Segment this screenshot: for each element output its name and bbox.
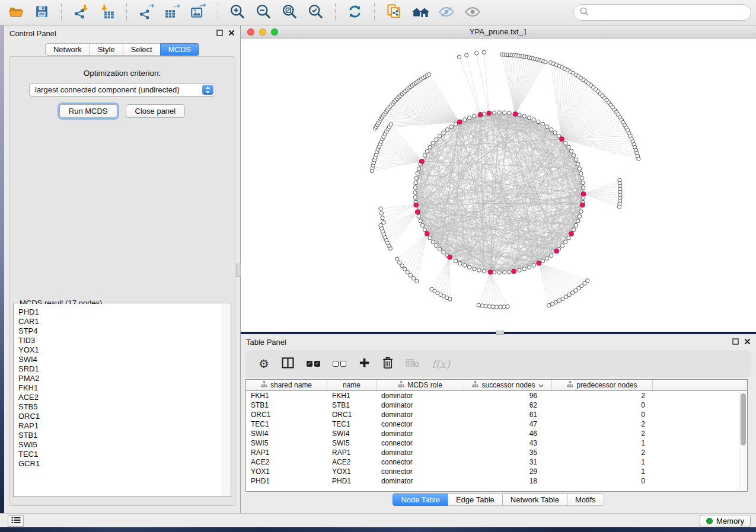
close-panel-icon[interactable] [744,338,751,345]
mcds-result-item[interactable]: SRD1 [18,364,222,374]
table-row[interactable]: ACE2ACE2connector311 [246,457,739,467]
import-network-button[interactable] [70,2,92,23]
plus-icon [359,357,370,370]
mcds-result-item[interactable]: CAR1 [18,317,222,326]
select-all-rows-button[interactable]: ✓✓ [307,361,320,367]
vertical-splitter-handle[interactable] [236,264,241,277]
column-header-successor-nodes[interactable]: successor nodes [464,380,552,390]
cell-name: ACE2 [327,457,377,467]
refresh-button[interactable] [344,2,366,23]
mcds-result-group: MCDS result (17 nodes) PHD1CAR1STP4TID3Y… [13,303,231,497]
memory-button[interactable]: Memory [700,515,751,527]
deselect-all-rows-button[interactable] [333,361,346,367]
horizontal-splitter-handle[interactable] [496,331,504,335]
float-panel-icon[interactable] [732,338,739,345]
show-columns-button[interactable] [282,357,294,370]
export-table-button[interactable] [161,2,183,23]
zoom-out-button[interactable] [253,2,275,23]
delete-table-button[interactable] [406,358,419,369]
tab-network[interactable]: Network [45,43,90,56]
tab-select[interactable]: Select [123,43,161,56]
hierarchy-icon [472,381,479,389]
scrollbar-thumb[interactable] [741,393,746,446]
function-builder-button[interactable]: f(x) [432,358,450,370]
cell-predecessor_nodes: 1 [552,457,653,467]
table-scrollbar[interactable] [739,391,747,491]
table-row[interactable]: RAP1RAP1dominator352 [246,448,739,457]
table-row[interactable]: PHD1PHD1dominator180 [246,476,739,486]
column-header-MCDS-role[interactable]: MCDS role [377,380,464,390]
close-panel-icon[interactable] [228,30,235,36]
mcds-result-item[interactable]: STP4 [18,326,222,336]
tab-mcds[interactable]: MCDS [160,43,199,56]
first-neighbors-button[interactable] [409,2,431,23]
mcds-result-item[interactable]: PHD1 [18,307,222,317]
mcds-result-item[interactable]: RAP1 [18,421,222,431]
mcds-result-item[interactable]: GCR1 [18,459,222,469]
run-mcds-button[interactable]: Run MCDS [59,104,117,118]
list-scrollbar[interactable] [222,304,230,496]
table-row[interactable]: SWI5SWI5connector431 [246,438,739,448]
zoom-in-button[interactable] [227,2,248,23]
cell-mcds_role: connector [377,438,464,448]
mcds-result-item[interactable]: STB1 [18,431,222,440]
show-all-button[interactable] [461,2,483,23]
cell-name: ORC1 [327,410,377,419]
column-header-predecessor-nodes[interactable]: predecessor nodes [552,380,653,390]
cell-successor_nodes: 46 [464,429,552,438]
mcds-result-item[interactable]: YOX1 [18,345,222,355]
network-graph[interactable] [241,39,756,332]
table-row[interactable]: TEC1TEC1connector472 [246,419,739,429]
cell-successor_nodes: 96 [464,391,552,400]
tab-motifs[interactable]: Motifs [567,493,604,506]
hide-selected-button[interactable] [435,2,457,23]
mcds-result-item[interactable]: ORC1 [18,412,222,421]
hierarchy-icon [261,381,267,389]
mcds-result-item[interactable]: TEC1 [18,450,222,459]
save-button[interactable] [31,2,53,23]
column-header-name[interactable]: name [327,380,377,390]
tab-node-table[interactable]: Node Table [393,493,448,506]
clone-network-button[interactable] [383,2,405,23]
cell-mcds_role: dominator [377,391,464,400]
table-row[interactable]: STB1STB1dominator620 [246,400,739,410]
table-row[interactable]: YOX1YOX1connector291 [246,467,739,476]
mcds-result-item[interactable]: ACE2 [18,393,222,402]
cell-predecessor_nodes: 2 [552,419,653,429]
tab-edge-table[interactable]: Edge Table [448,493,503,506]
close-panel-button[interactable]: Close panel [126,104,186,118]
mcds-result-item[interactable]: FKH1 [18,383,222,393]
mcds-result-item[interactable]: PMA2 [18,374,222,383]
table-row[interactable]: FKH1FKH1dominator962 [246,391,739,400]
tab-style[interactable]: Style [90,43,123,56]
network-window-titlebar[interactable]: YPA_prune.txt_1 [241,25,756,39]
network-canvas[interactable] [241,39,756,332]
export-image-button[interactable] [187,2,209,23]
column-header-shared-name[interactable]: shared name [246,380,327,390]
columns-icon [282,357,294,370]
open-file-button[interactable] [5,2,27,23]
zoom-fit-button[interactable] [279,2,301,23]
tab-network-table[interactable]: Network Table [502,493,567,506]
mcds-result-list[interactable]: PHD1CAR1STP4TID3YOX1SWI4SRD1PMA2FKH1ACE2… [14,304,222,496]
mcds-result-item[interactable]: TID3 [18,336,222,345]
create-column-button[interactable] [359,357,370,370]
table-settings-button[interactable]: ⚙ [259,358,269,370]
mcds-tab-content: Optimization criterion: largest connecte… [9,56,235,506]
desktop-background [0,25,4,527]
task-history-button[interactable] [8,515,24,527]
mcds-result-item[interactable]: SWI5 [18,440,222,450]
float-panel-icon[interactable] [216,30,223,36]
mcds-result-item[interactable]: SWI4 [18,355,222,364]
toolbar-separator [218,4,218,21]
table-row[interactable]: ORC1ORC1dominator610 [246,410,739,419]
criterion-dropdown[interactable]: largest connected component (undirected) [29,83,215,97]
import-table-button[interactable] [96,2,118,23]
search-input[interactable] [592,8,745,17]
delete-column-button[interactable] [382,357,393,371]
zoom-selected-button[interactable] [305,2,327,23]
mcds-result-item[interactable]: STB5 [18,402,222,412]
eye-slash-icon [438,5,455,21]
export-network-button[interactable] [135,2,157,23]
table-row[interactable]: SWI4SWI4dominator462 [246,429,739,438]
